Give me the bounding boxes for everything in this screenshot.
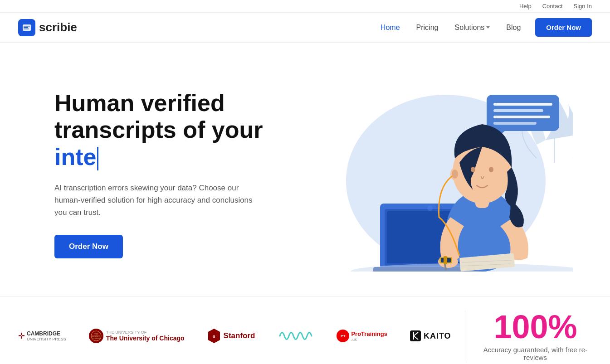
hero-order-now-button[interactable]: Order Now — [54, 235, 123, 258]
chicago-logo: THE UNIVERSITY OF CHICAGO THE UNIVERSITY… — [89, 329, 185, 343]
protrainings-logo: PT ProTrainings .uk — [337, 330, 387, 342]
logo-text: scribie — [39, 20, 77, 34]
svg-rect-44 — [410, 330, 421, 341]
hero-illustration — [310, 77, 573, 272]
cambridge-name: CAMBRIDGE — [27, 330, 66, 337]
nav-solutions[interactable]: Solutions — [448, 20, 496, 35]
logos-section: ✛ CAMBRIDGE UNIVERSITY PRESS THE UNIVERS… — [0, 296, 610, 364]
logo[interactable]: scribie — [18, 19, 77, 36]
main-nav: scribie Home Pricing Solutions Blog Orde… — [0, 13, 610, 43]
svg-rect-13 — [493, 109, 543, 112]
chevron-down-icon — [486, 26, 490, 29]
protrainings-sub: .uk — [351, 337, 387, 342]
kaito-logo: KAITO — [410, 330, 451, 341]
hero-section: Human verified transcripts of your inte … — [0, 43, 610, 296]
svg-rect-2 — [24, 27, 28, 28]
protrainings-icon: PT — [337, 330, 349, 342]
stanford-logo: S Stanford — [207, 328, 255, 344]
wavy-logo — [278, 327, 314, 345]
svg-rect-12 — [493, 103, 552, 106]
cambridge-sub: UNIVERSITY PRESS — [27, 337, 66, 341]
svg-rect-33 — [444, 256, 447, 264]
nav-home[interactable]: Home — [374, 20, 406, 35]
nav-pricing[interactable]: Pricing — [410, 20, 445, 35]
cambridge-cross-icon: ✛ — [18, 331, 25, 341]
contact-link[interactable]: Contact — [542, 3, 563, 10]
accuracy-block: 100% Accuracy guaranteed, with free re-r… — [465, 311, 592, 361]
kaito-text: KAITO — [424, 331, 451, 341]
svg-text:THE: THE — [94, 333, 98, 335]
top-bar: Help Contact Sign In — [0, 0, 610, 13]
chicago-seal-icon: THE UNIVERSITY OF CHICAGO — [89, 329, 103, 343]
chicago-the: THE UNIVERSITY OF — [106, 330, 185, 335]
svg-rect-14 — [493, 116, 550, 118]
svg-text:S: S — [213, 335, 215, 339]
svg-rect-10 — [487, 95, 559, 131]
hero-illustration-container — [290, 77, 592, 272]
svg-rect-3 — [24, 29, 29, 29]
chicago-text: THE UNIVERSITY OF The University of Chic… — [106, 330, 185, 342]
accuracy-text: Accuracy guaranteed, with free re-review… — [479, 346, 592, 361]
hero-subtitle: AI transcription errors skewing your dat… — [54, 182, 263, 219]
logos-list: ✛ CAMBRIDGE UNIVERSITY PRESS THE UNIVERS… — [18, 327, 465, 345]
nav-order-now-button[interactable]: Order Now — [535, 18, 592, 37]
svg-rect-15 — [493, 122, 537, 125]
protrainings-text: ProTrainings — [351, 330, 387, 337]
signin-link[interactable]: Sign In — [574, 3, 592, 10]
cambridge-logo: ✛ CAMBRIDGE UNIVERSITY PRESS — [18, 330, 66, 341]
svg-rect-1 — [24, 26, 30, 27]
svg-point-30 — [452, 170, 458, 179]
typing-cursor — [97, 147, 98, 170]
logo-icon — [18, 19, 35, 36]
nav-links: Home Pricing Solutions Blog Order Now — [374, 18, 592, 37]
hero-typed-text: inte — [54, 144, 96, 170]
svg-point-28 — [489, 167, 493, 172]
hero-title: Human verified transcripts of your inte — [54, 90, 290, 171]
accuracy-number: 100% — [479, 311, 592, 343]
chicago-city: The University of Chicago — [106, 335, 185, 342]
svg-text:OF CHICAGO: OF CHICAGO — [92, 338, 101, 340]
stanford-text: Stanford — [224, 331, 255, 340]
nav-blog[interactable]: Blog — [500, 20, 527, 35]
help-link[interactable]: Help — [519, 3, 532, 10]
svg-point-18 — [427, 205, 433, 211]
hero-content: Human verified transcripts of your inte … — [54, 90, 290, 259]
svg-point-27 — [471, 167, 475, 172]
svg-text:UNIVERSITY: UNIVERSITY — [92, 335, 100, 337]
